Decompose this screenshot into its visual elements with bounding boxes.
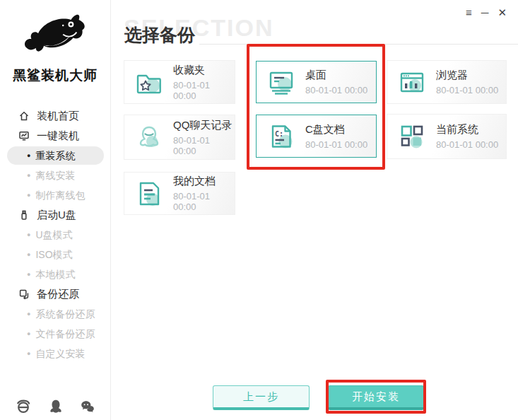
sidebar-item-one-click-install[interactable]: 一键装机 bbox=[0, 126, 110, 146]
sidebar-item-label: 离线安装 bbox=[35, 165, 75, 185]
card-date: 80-01-01 00:00 bbox=[436, 85, 498, 95]
bullet-icon: ● bbox=[27, 264, 30, 284]
card-name: QQ聊天记录 bbox=[173, 119, 235, 132]
card-current-system[interactable]: 当前系统 80-01-01 00:00 bbox=[387, 114, 507, 159]
logo: 黑鲨装机大师 bbox=[0, 0, 110, 85]
sidebar-item-label: 重装系统 bbox=[35, 146, 75, 165]
qq-penguin-icon bbox=[134, 122, 165, 153]
bullet-icon: ● bbox=[27, 225, 30, 245]
sidebar-item-reinstall-system[interactable]: ● 重装系统 bbox=[7, 146, 104, 165]
qq-icon[interactable] bbox=[48, 399, 64, 414]
backup-restore-icon bbox=[18, 288, 30, 300]
card-name: 当前系统 bbox=[436, 123, 498, 136]
sidebar-item-label: U盘模式 bbox=[35, 225, 72, 245]
sidebar-item-label: 文件备份还原 bbox=[35, 324, 95, 344]
sidebar-item-system-backup-restore[interactable]: ● 系统备份还原 bbox=[0, 304, 110, 324]
sidebar-item-label: 装机首页 bbox=[37, 106, 79, 126]
bullet-icon: ● bbox=[27, 344, 30, 363]
sidebar-footer bbox=[0, 399, 111, 414]
card-name: 浏览器 bbox=[436, 69, 498, 82]
browser-icon bbox=[396, 66, 428, 98]
sidebar-menu: 装机首页 一键装机 ● 重装系统 ● 离线安装 ● 制作离线包 启动U盘 ● bbox=[0, 106, 110, 363]
sidebar-item-label: 系统备份还原 bbox=[35, 304, 95, 324]
card-my-docs[interactable]: 我的文档 80-01-01 00:00 bbox=[124, 172, 235, 215]
menu-icon[interactable]: ≡ bbox=[466, 6, 472, 20]
sidebar-item-install-home[interactable]: 装机首页 bbox=[0, 106, 110, 126]
wechat-icon[interactable] bbox=[80, 399, 95, 414]
folder-star-icon bbox=[134, 66, 165, 98]
sidebar-item-file-backup-restore[interactable]: ● 文件备份还原 bbox=[0, 324, 110, 344]
card-browser[interactable]: 浏览器 80-01-01 00:00 bbox=[387, 60, 507, 104]
minimize-icon[interactable]: ─ bbox=[481, 6, 489, 20]
page-title: 选择备份 bbox=[124, 23, 195, 47]
sidebar-item-boot-usb[interactable]: 启动U盘 bbox=[0, 205, 110, 225]
sidebar-item-offline-install[interactable]: ● 离线安装 bbox=[0, 165, 110, 185]
desktop-icon bbox=[266, 66, 297, 98]
card-qq-chat[interactable]: QQ聊天记录 80-01-01 00:00 bbox=[124, 115, 235, 160]
app-window: { "window": { "controls": { "menu": "≡",… bbox=[0, 0, 518, 420]
sidebar-item-label: 启动U盘 bbox=[37, 205, 76, 225]
current-system-icon bbox=[396, 121, 428, 152]
sidebar-item-local-mode[interactable]: ● 本地模式 bbox=[0, 264, 110, 284]
card-date: 80-01-01 00:00 bbox=[305, 85, 367, 95]
card-favorites[interactable]: 收藏夹 80-01-01 00:00 bbox=[124, 60, 235, 104]
app-title: 黑鲨装机大师 bbox=[0, 66, 110, 85]
svg-text:C:: C: bbox=[275, 130, 283, 138]
c-drive-document-icon: C: bbox=[266, 121, 297, 152]
sidebar-item-label: 本地模式 bbox=[35, 264, 75, 284]
bullet-icon: ● bbox=[27, 324, 30, 344]
card-c-drive-docs[interactable]: C: C盘文档 80-01-01 00:00 bbox=[256, 115, 377, 158]
card-name: C盘文档 bbox=[305, 123, 367, 136]
monitor-chart-icon bbox=[18, 130, 30, 141]
sidebar-item-custom-install[interactable]: ● 自定义安装 bbox=[0, 344, 110, 363]
sidebar-item-label: ISO模式 bbox=[35, 245, 72, 264]
sidebar-item-label: 备份还原 bbox=[37, 284, 79, 304]
prev-step-button[interactable]: 上一步 bbox=[213, 385, 310, 410]
card-date: 80-01-01 00:00 bbox=[173, 135, 235, 156]
shark-logo-icon bbox=[0, 7, 110, 66]
title-underline bbox=[199, 44, 518, 45]
card-date: 80-01-01 00:00 bbox=[436, 139, 498, 150]
card-date: 80-01-01 00:00 bbox=[173, 80, 235, 101]
card-date: 80-01-01 00:00 bbox=[305, 139, 367, 150]
card-name: 我的文档 bbox=[173, 175, 235, 188]
close-icon[interactable]: ✕ bbox=[498, 6, 507, 20]
sidebar-item-backup-restore[interactable]: 备份还原 bbox=[0, 284, 110, 304]
sidebar-item-make-offline-package[interactable]: ● 制作离线包 bbox=[0, 185, 110, 205]
ie-icon[interactable] bbox=[16, 399, 31, 414]
my-documents-icon bbox=[134, 178, 165, 209]
bullet-icon: ● bbox=[27, 165, 30, 185]
window-controls: ≡ ─ ✕ bbox=[466, 6, 507, 20]
bullet-icon: ● bbox=[27, 185, 30, 205]
sidebar-item-usb-mode[interactable]: ● U盘模式 bbox=[0, 225, 110, 245]
bullet-icon: ● bbox=[27, 245, 30, 264]
card-name: 桌面 bbox=[305, 69, 367, 82]
start-install-button[interactable]: 开始安装 bbox=[328, 385, 424, 410]
sidebar-item-label: 自定义安装 bbox=[35, 344, 85, 363]
home-icon bbox=[18, 110, 30, 122]
card-date: 80-01-01 00:00 bbox=[173, 191, 235, 212]
bullet-icon: ● bbox=[27, 146, 30, 165]
usb-drive-icon bbox=[18, 209, 30, 221]
bullet-icon: ● bbox=[27, 304, 30, 324]
sidebar-item-label: 一键装机 bbox=[37, 126, 79, 146]
card-name: 收藏夹 bbox=[173, 64, 235, 77]
sidebar-item-label: 制作离线包 bbox=[35, 185, 85, 205]
main-panel: SELECTION 选择备份 收藏夹 80-01-01 00:00 bbox=[111, 0, 518, 420]
card-desktop[interactable]: 桌面 80-01-01 00:00 bbox=[256, 61, 377, 103]
sidebar-item-iso-mode[interactable]: ● ISO模式 bbox=[0, 245, 110, 264]
sidebar: 黑鲨装机大师 装机首页 一键装机 ● 重装系统 ● 离线安装 ● 制作离线包 bbox=[0, 0, 111, 420]
